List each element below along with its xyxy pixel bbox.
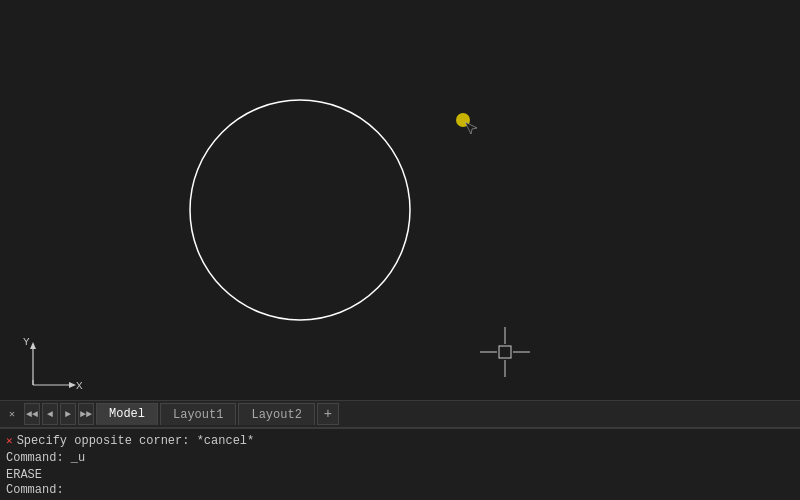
tab-nav-end[interactable]: ►► <box>78 403 94 425</box>
tab-close-button[interactable]: ✕ <box>4 406 20 422</box>
tab-nav-next[interactable]: ► <box>60 403 76 425</box>
svg-marker-3 <box>69 382 76 388</box>
svg-rect-7 <box>499 346 511 358</box>
command-text-1: Specify opposite corner: *cancel* <box>17 433 255 450</box>
command-area: ✕ Specify opposite corner: *cancel* Comm… <box>0 428 800 500</box>
drawing-canvas: X Y <box>0 0 800 400</box>
command-input-line[interactable]: Command: <box>6 483 794 497</box>
svg-marker-13 <box>465 122 477 134</box>
tab-model[interactable]: Model <box>96 403 158 425</box>
command-text-3: ERASE <box>6 467 42 484</box>
cancel-marker: ✕ <box>6 434 13 449</box>
svg-text:Y: Y <box>23 336 30 348</box>
axis-indicator: X Y <box>23 336 83 392</box>
tab-layout2[interactable]: Layout2 <box>238 403 314 425</box>
command-text-2: Command: _u <box>6 450 85 467</box>
mouse-cursor <box>456 113 477 134</box>
command-line-2: Command: _u <box>6 450 794 467</box>
tab-nav-prev[interactable]: ◄ <box>42 403 58 425</box>
command-input[interactable] <box>64 483 264 497</box>
tab-bar: ✕ ◄◄ ◄ ► ►► Model Layout1 Layout2 + <box>0 400 800 428</box>
tab-layout1[interactable]: Layout1 <box>160 403 236 425</box>
svg-text:X: X <box>76 380 83 392</box>
crosshair-cursor <box>480 327 530 377</box>
tab-nav-start[interactable]: ◄◄ <box>24 403 40 425</box>
circle-shape <box>190 100 410 320</box>
command-line-1: ✕ Specify opposite corner: *cancel* <box>6 433 794 450</box>
cad-viewport[interactable]: X Y <box>0 0 800 400</box>
tab-add-button[interactable]: + <box>317 403 339 425</box>
command-prompt-label: Command: <box>6 483 64 497</box>
svg-marker-1 <box>30 342 36 349</box>
command-line-3: ERASE <box>6 467 794 484</box>
